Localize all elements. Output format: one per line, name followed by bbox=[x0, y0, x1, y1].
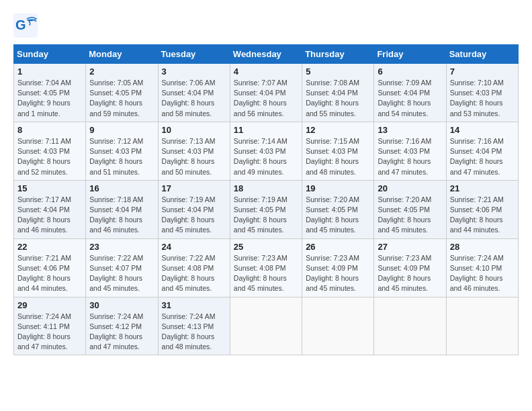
calendar-day-cell: 21Sunrise: 7:21 AMSunset: 4:06 PMDayligh… bbox=[446, 180, 518, 238]
calendar-week-row: 22Sunrise: 7:21 AMSunset: 4:06 PMDayligh… bbox=[14, 238, 519, 297]
day-number: 14 bbox=[450, 125, 515, 135]
day-number: 3 bbox=[162, 66, 226, 77]
day-info: Sunrise: 7:20 AMSunset: 4:05 PMDaylight:… bbox=[306, 195, 370, 236]
day-number: 9 bbox=[89, 125, 154, 135]
calendar-week-row: 29Sunrise: 7:24 AMSunset: 4:11 PMDayligh… bbox=[14, 297, 519, 355]
day-number: 19 bbox=[306, 183, 370, 193]
calendar-day-cell: 23Sunrise: 7:22 AMSunset: 4:07 PMDayligh… bbox=[86, 238, 158, 297]
day-info: Sunrise: 7:23 AMSunset: 4:09 PMDaylight:… bbox=[306, 253, 370, 294]
calendar-day-cell bbox=[374, 297, 446, 355]
logo: G bbox=[13, 13, 39, 38]
calendar-day-cell: 30Sunrise: 7:24 AMSunset: 4:12 PMDayligh… bbox=[86, 297, 158, 355]
page-header: G bbox=[13, 13, 519, 38]
day-number: 8 bbox=[17, 125, 82, 135]
calendar-day-cell: 22Sunrise: 7:21 AMSunset: 4:06 PMDayligh… bbox=[14, 238, 86, 297]
calendar-day-cell: 27Sunrise: 7:23 AMSunset: 4:09 PMDayligh… bbox=[374, 238, 446, 297]
calendar-week-row: 15Sunrise: 7:17 AMSunset: 4:04 PMDayligh… bbox=[14, 180, 519, 238]
calendar-day-cell bbox=[446, 297, 518, 355]
day-number: 28 bbox=[450, 242, 515, 252]
calendar-day-cell: 26Sunrise: 7:23 AMSunset: 4:09 PMDayligh… bbox=[302, 238, 374, 297]
calendar-day-cell: 12Sunrise: 7:15 AMSunset: 4:03 PMDayligh… bbox=[302, 122, 374, 180]
day-info: Sunrise: 7:12 AMSunset: 4:03 PMDaylight:… bbox=[89, 136, 154, 177]
day-number: 26 bbox=[306, 242, 370, 252]
calendar-day-cell: 15Sunrise: 7:17 AMSunset: 4:04 PMDayligh… bbox=[14, 180, 86, 238]
day-number: 12 bbox=[306, 125, 370, 135]
day-info: Sunrise: 7:04 AMSunset: 4:05 PMDaylight:… bbox=[17, 78, 82, 119]
day-info: Sunrise: 7:24 AMSunset: 4:12 PMDaylight:… bbox=[89, 312, 154, 353]
day-of-week-header: Friday bbox=[374, 45, 446, 64]
day-info: Sunrise: 7:08 AMSunset: 4:04 PMDaylight:… bbox=[306, 78, 370, 119]
calendar-day-cell: 24Sunrise: 7:22 AMSunset: 4:08 PMDayligh… bbox=[158, 238, 230, 297]
calendar-day-cell bbox=[230, 297, 302, 355]
day-of-week-header: Saturday bbox=[446, 45, 518, 64]
day-info: Sunrise: 7:07 AMSunset: 4:04 PMDaylight:… bbox=[234, 78, 298, 119]
day-number: 11 bbox=[234, 125, 298, 135]
day-info: Sunrise: 7:15 AMSunset: 4:03 PMDaylight:… bbox=[306, 136, 370, 177]
calendar-day-cell: 5Sunrise: 7:08 AMSunset: 4:04 PMDaylight… bbox=[302, 64, 374, 122]
day-info: Sunrise: 7:20 AMSunset: 4:05 PMDaylight:… bbox=[378, 195, 442, 236]
calendar-day-cell: 17Sunrise: 7:19 AMSunset: 4:04 PMDayligh… bbox=[158, 180, 230, 238]
day-info: Sunrise: 7:21 AMSunset: 4:06 PMDaylight:… bbox=[17, 253, 82, 294]
day-number: 17 bbox=[162, 183, 226, 193]
day-info: Sunrise: 7:17 AMSunset: 4:04 PMDaylight:… bbox=[17, 195, 82, 236]
calendar-day-cell: 3Sunrise: 7:06 AMSunset: 4:04 PMDaylight… bbox=[158, 64, 230, 122]
day-of-week-header: Wednesday bbox=[230, 45, 302, 64]
day-number: 24 bbox=[162, 242, 226, 252]
day-of-week-header: Sunday bbox=[14, 45, 86, 64]
day-info: Sunrise: 7:16 AMSunset: 4:04 PMDaylight:… bbox=[450, 136, 515, 177]
day-number: 18 bbox=[234, 183, 298, 193]
calendar-day-cell: 18Sunrise: 7:19 AMSunset: 4:05 PMDayligh… bbox=[230, 180, 302, 238]
day-number: 4 bbox=[234, 66, 298, 77]
day-info: Sunrise: 7:19 AMSunset: 4:04 PMDaylight:… bbox=[162, 195, 226, 236]
day-number: 10 bbox=[162, 125, 226, 135]
calendar-day-cell: 29Sunrise: 7:24 AMSunset: 4:11 PMDayligh… bbox=[14, 297, 86, 355]
calendar-table: SundayMondayTuesdayWednesdayThursdayFrid… bbox=[13, 44, 519, 355]
day-number: 27 bbox=[378, 242, 442, 252]
day-number: 16 bbox=[89, 183, 154, 193]
day-number: 30 bbox=[89, 300, 154, 310]
calendar-day-cell: 7Sunrise: 7:10 AMSunset: 4:03 PMDaylight… bbox=[446, 64, 518, 122]
calendar-day-cell: 10Sunrise: 7:13 AMSunset: 4:03 PMDayligh… bbox=[158, 122, 230, 180]
calendar-day-cell: 31Sunrise: 7:24 AMSunset: 4:13 PMDayligh… bbox=[158, 297, 230, 355]
calendar-day-cell: 13Sunrise: 7:16 AMSunset: 4:03 PMDayligh… bbox=[374, 122, 446, 180]
calendar-day-cell: 8Sunrise: 7:11 AMSunset: 4:03 PMDaylight… bbox=[14, 122, 86, 180]
calendar-day-cell bbox=[302, 297, 374, 355]
day-info: Sunrise: 7:19 AMSunset: 4:05 PMDaylight:… bbox=[234, 195, 298, 236]
day-number: 22 bbox=[17, 242, 82, 252]
day-info: Sunrise: 7:05 AMSunset: 4:05 PMDaylight:… bbox=[89, 78, 154, 119]
day-info: Sunrise: 7:24 AMSunset: 4:13 PMDaylight:… bbox=[162, 312, 226, 353]
day-info: Sunrise: 7:16 AMSunset: 4:03 PMDaylight:… bbox=[378, 136, 442, 177]
day-number: 6 bbox=[378, 66, 442, 77]
calendar-day-cell: 2Sunrise: 7:05 AMSunset: 4:05 PMDaylight… bbox=[86, 64, 158, 122]
day-of-week-header: Tuesday bbox=[158, 45, 230, 64]
day-info: Sunrise: 7:09 AMSunset: 4:04 PMDaylight:… bbox=[378, 78, 442, 119]
calendar-day-cell: 9Sunrise: 7:12 AMSunset: 4:03 PMDaylight… bbox=[86, 122, 158, 180]
svg-text:G: G bbox=[15, 17, 26, 32]
calendar-day-cell: 20Sunrise: 7:20 AMSunset: 4:05 PMDayligh… bbox=[374, 180, 446, 238]
day-info: Sunrise: 7:14 AMSunset: 4:03 PMDaylight:… bbox=[234, 136, 298, 177]
day-number: 29 bbox=[17, 300, 82, 310]
day-info: Sunrise: 7:10 AMSunset: 4:03 PMDaylight:… bbox=[450, 78, 515, 119]
day-info: Sunrise: 7:13 AMSunset: 4:03 PMDaylight:… bbox=[162, 136, 226, 177]
calendar-day-cell: 28Sunrise: 7:24 AMSunset: 4:10 PMDayligh… bbox=[446, 238, 518, 297]
day-number: 2 bbox=[89, 66, 154, 77]
calendar-week-row: 1Sunrise: 7:04 AMSunset: 4:05 PMDaylight… bbox=[14, 64, 519, 122]
day-number: 1 bbox=[17, 66, 82, 77]
day-info: Sunrise: 7:22 AMSunset: 4:07 PMDaylight:… bbox=[89, 253, 154, 294]
day-number: 31 bbox=[162, 300, 226, 310]
logo-icon: G bbox=[13, 13, 38, 38]
day-info: Sunrise: 7:24 AMSunset: 4:10 PMDaylight:… bbox=[450, 253, 515, 294]
day-number: 25 bbox=[234, 242, 298, 252]
calendar-day-cell: 11Sunrise: 7:14 AMSunset: 4:03 PMDayligh… bbox=[230, 122, 302, 180]
day-number: 5 bbox=[306, 66, 370, 77]
calendar-day-cell: 6Sunrise: 7:09 AMSunset: 4:04 PMDaylight… bbox=[374, 64, 446, 122]
day-info: Sunrise: 7:23 AMSunset: 4:08 PMDaylight:… bbox=[234, 253, 298, 294]
day-info: Sunrise: 7:06 AMSunset: 4:04 PMDaylight:… bbox=[162, 78, 226, 119]
day-number: 20 bbox=[378, 183, 442, 193]
calendar-day-cell: 25Sunrise: 7:23 AMSunset: 4:08 PMDayligh… bbox=[230, 238, 302, 297]
day-info: Sunrise: 7:11 AMSunset: 4:03 PMDaylight:… bbox=[17, 136, 82, 177]
day-of-week-header: Thursday bbox=[302, 45, 374, 64]
day-number: 15 bbox=[17, 183, 82, 193]
calendar-day-cell: 4Sunrise: 7:07 AMSunset: 4:04 PMDaylight… bbox=[230, 64, 302, 122]
calendar-day-cell: 14Sunrise: 7:16 AMSunset: 4:04 PMDayligh… bbox=[446, 122, 518, 180]
